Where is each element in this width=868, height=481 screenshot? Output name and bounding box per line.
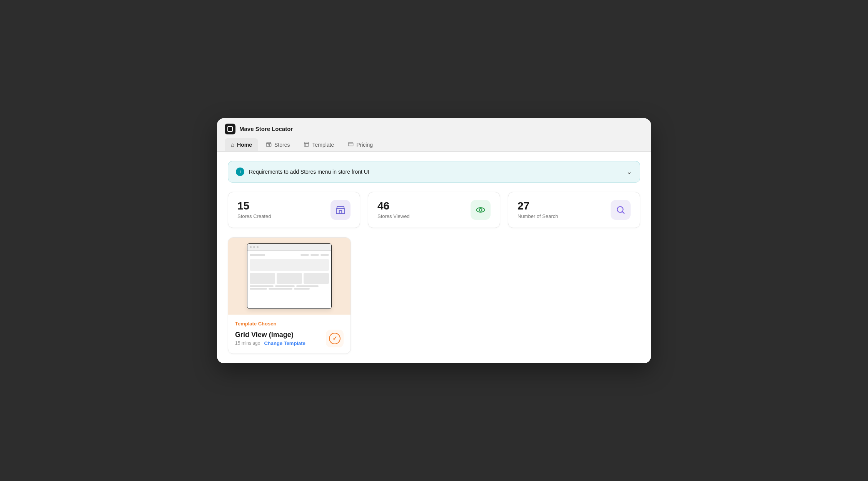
template-preview [228, 238, 351, 315]
stat-info-number-search: 27 Number of Search [517, 200, 558, 220]
nav-item-template[interactable]: Template [297, 138, 340, 151]
info-banner[interactable]: i Requirements to add Stores menu in sto… [228, 161, 640, 183]
titlebar: Mave Store Locator [217, 118, 651, 134]
template-card-body: Template Chosen Grid View (Image) 15 min… [228, 315, 351, 354]
template-time: 15 mins ago [235, 340, 260, 346]
store-stat-icon [336, 205, 346, 215]
stat-info-stores-created: 15 Stores Created [237, 200, 271, 220]
stat-number-search: 27 [517, 200, 558, 212]
banner-text: Requirements to add Stores menu in store… [249, 169, 369, 175]
pricing-icon [348, 141, 354, 148]
stat-number-stores-viewed: 46 [377, 200, 410, 212]
template-icon [304, 141, 309, 148]
nav-item-home[interactable]: ⌂ Home [225, 138, 258, 151]
stat-label-number-search: Number of Search [517, 213, 558, 219]
checkmark-button[interactable]: ✓ [326, 330, 344, 347]
nav-item-pricing[interactable]: Pricing [342, 138, 379, 151]
app-icon-inner [227, 126, 233, 132]
stores-viewed-icon-wrap [471, 200, 491, 220]
template-meta: 15 mins ago Change Template [235, 340, 305, 346]
browser-rows [250, 285, 329, 290]
app-icon [225, 124, 235, 134]
template-name: Grid View (Image) [235, 331, 305, 339]
stat-card-number-search: 27 Number of Search [508, 192, 640, 228]
browser-nav [250, 253, 329, 257]
svg-point-5 [479, 208, 482, 211]
store-icon [266, 141, 272, 148]
search-stat-icon [616, 205, 626, 215]
chevron-down-icon: ⌄ [626, 168, 632, 176]
main-content: i Requirements to add Stores menu in sto… [217, 152, 651, 363]
stat-info-stores-viewed: 46 Stores Viewed [377, 200, 410, 220]
stats-row: 15 Stores Created 46 Stores Viewed [228, 192, 640, 228]
nav-label-home: Home [237, 142, 252, 148]
stat-card-stores-viewed: 46 Stores Viewed [368, 192, 500, 228]
nav-label-stores: Stores [274, 142, 290, 148]
browser-grid [250, 273, 329, 284]
info-banner-left: i Requirements to add Stores menu in sto… [236, 168, 369, 176]
browser-hero [250, 259, 329, 271]
checkmark-circle: ✓ [329, 333, 341, 344]
nav-item-stores[interactable]: Stores [260, 138, 296, 151]
eye-stat-icon [475, 204, 486, 215]
browser-bar [247, 244, 331, 251]
home-icon: ⌂ [231, 141, 234, 148]
template-chosen-label: Template Chosen [235, 321, 344, 327]
info-icon: i [236, 168, 244, 176]
nav-label-template: Template [312, 142, 334, 148]
stores-created-icon-wrap [331, 200, 351, 220]
stat-label-stores-created: Stores Created [237, 213, 271, 219]
stat-card-stores-created: 15 Stores Created [228, 192, 360, 228]
stat-label-stores-viewed: Stores Viewed [377, 213, 410, 219]
svg-rect-1 [304, 142, 309, 146]
svg-rect-2 [349, 142, 354, 146]
checkmark-icon: ✓ [332, 335, 337, 342]
app-title: Mave Store Locator [239, 126, 293, 132]
search-stat-icon-wrap [611, 200, 631, 220]
template-card: Template Chosen Grid View (Image) 15 min… [228, 237, 351, 354]
app-window: Mave Store Locator ⌂ Home Stores Templat… [217, 118, 651, 363]
browser-content [247, 251, 331, 293]
nav-label-pricing: Pricing [356, 142, 373, 148]
navbar: ⌂ Home Stores Template [217, 134, 651, 152]
svg-rect-0 [266, 143, 271, 146]
template-info: Grid View (Image) 15 mins ago Change Tem… [235, 331, 305, 346]
template-card-footer: Grid View (Image) 15 mins ago Change Tem… [235, 330, 344, 347]
stat-number-stores-created: 15 [237, 200, 271, 212]
browser-mockup [247, 243, 332, 309]
svg-rect-3 [336, 208, 345, 213]
change-template-button[interactable]: Change Template [264, 340, 305, 346]
